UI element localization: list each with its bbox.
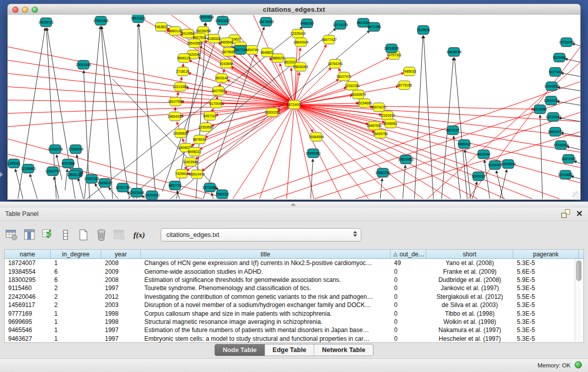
network-node[interactable]: 7425402	[175, 169, 188, 178]
network-node[interactable]: 15495756	[373, 129, 388, 138]
table-cell-year[interactable]: 2009	[101, 267, 141, 275]
function-builder-icon[interactable]: f(x)	[130, 228, 148, 242]
network-node[interactable]: 12103652	[558, 170, 573, 179]
table-row[interactable]: 1938455462009Genome-wide association stu…	[5, 267, 583, 275]
network-node[interactable]: 10246504	[500, 160, 516, 168]
table-cell-title[interactable]: Structural magnetic resonance image aver…	[141, 318, 390, 326]
network-node[interactable]: 19620453	[398, 155, 413, 164]
table-cell-name[interactable]: 19384554	[5, 267, 51, 275]
table-cell-indegree[interactable]: 6	[51, 276, 101, 284]
network-node[interactable]: 16977427	[321, 35, 337, 44]
network-node[interactable]: 6879197	[446, 126, 460, 135]
table-cell-pagerank[interactable]: 5.5E-5	[513, 293, 571, 301]
table-cell-name[interactable]: 9115460	[5, 284, 51, 292]
table-cell-name[interactable]: 9777169	[5, 309, 51, 317]
network-node[interactable]: 16782759	[115, 183, 130, 192]
table-cell-outde[interactable]: 0	[390, 267, 426, 275]
network-node[interactable]: 8186328	[207, 34, 221, 43]
network-node[interactable]: 15692971	[548, 127, 563, 136]
column-header-outde[interactable]: △out_de…	[390, 250, 426, 258]
table-cell-title[interactable]: Changes of HCN gene expression and I(f) …	[141, 259, 390, 267]
network-node[interactable]: 8215958	[533, 105, 547, 114]
table-cell-year[interactable]: 1997	[101, 326, 141, 334]
network-node[interactable]: 1395061	[8, 159, 20, 168]
table-row[interactable]: 911546021997Tourette syndrome. Phenomeno…	[5, 284, 583, 292]
panel-split-divider[interactable]	[0, 202, 588, 207]
table-cell-outde[interactable]: 0	[390, 276, 426, 284]
table-cell-name[interactable]: 9465546	[5, 326, 51, 334]
network-node[interactable]: 8096951	[384, 119, 397, 128]
network-node[interactable]: 9896123	[177, 54, 190, 62]
network-node[interactable]: 6466160	[300, 19, 314, 28]
network-node[interactable]: 8878334	[193, 135, 206, 144]
network-node[interactable]: 12325419	[290, 29, 306, 38]
column-header-indegree[interactable]: in_degree	[51, 250, 101, 258]
network-node[interactable]: 16162874	[351, 90, 366, 99]
table-cell-short[interactable]: Stergiakouli et al. (2012)	[426, 293, 513, 301]
table-cell-year[interactable]: 1997	[101, 335, 141, 342]
column-header-short[interactable]: short	[426, 250, 513, 258]
network-node[interactable]: 12093832	[544, 82, 559, 91]
table-cell-year[interactable]: 2008	[101, 276, 141, 284]
table-cell-indegree[interactable]: 2	[51, 284, 101, 292]
table-cell-year[interactable]: 2003	[101, 301, 141, 309]
table-cell-outde[interactable]: 0	[390, 318, 426, 326]
tab-edge-table[interactable]: Edge Table	[265, 344, 314, 356]
network-node[interactable]: 6671358	[367, 23, 381, 31]
network-node[interactable]: 18640924	[293, 38, 309, 47]
network-node[interactable]: 5170045	[209, 99, 223, 108]
network-node[interactable]: 9097588	[61, 159, 75, 168]
network-node[interactable]: 7485033	[403, 67, 416, 76]
table-cell-pagerank[interactable]: 5.3E-5	[513, 301, 571, 309]
table-cell-pagerank[interactable]: 5.3E-5	[513, 259, 571, 267]
network-node[interactable]: 8454749	[245, 46, 258, 54]
network-node[interactable]: 16611821	[130, 15, 145, 23]
network-node[interactable]: 24055721	[38, 18, 54, 27]
table-row[interactable]: 946554611997Estimation of the future num…	[5, 326, 583, 334]
table-cell-short[interactable]: Dudbridge et al. (2008)	[426, 276, 513, 284]
table-options-icon[interactable]	[5, 228, 18, 242]
network-node[interactable]: 18107550	[168, 97, 183, 106]
table-row[interactable]: 946362711997Embryonic stem cells: a mode…	[5, 335, 583, 342]
table-cell-outde[interactable]: 0	[390, 335, 426, 342]
network-node[interactable]: 9857791	[168, 181, 182, 190]
column-header-pagerank[interactable]: pagerank	[513, 250, 579, 258]
network-node[interactable]: 12161610	[380, 111, 395, 120]
network-node[interactable]: 11675300	[561, 155, 576, 163]
table-cell-title[interactable]: Estimation of significance thresholds fo…	[141, 276, 390, 284]
network-node[interactable]: 9227343	[549, 68, 562, 76]
network-window[interactable]: citations_edges.txt 18724007746382286601…	[7, 4, 581, 200]
network-node[interactable]: 9242848	[220, 59, 233, 68]
network-node[interactable]: 9169443	[488, 161, 502, 169]
table-cell-year[interactable]: 2012	[101, 293, 141, 301]
table-cell-indegree[interactable]: 1	[51, 309, 101, 317]
table-cell-name[interactable]: 22420046	[5, 293, 51, 301]
network-node[interactable]: 15626263	[293, 62, 308, 71]
table-cell-indegree[interactable]: 1	[51, 326, 101, 334]
network-node[interactable]: 9245012	[472, 172, 485, 181]
delete-column-icon[interactable]	[95, 228, 108, 242]
table-cell-title[interactable]: Disruption of a novel member of a sodium…	[141, 301, 390, 309]
network-window-titlebar[interactable]: citations_edges.txt	[7, 4, 581, 16]
network-node[interactable]: 12353593	[198, 123, 213, 132]
network-node[interactable]: 9646821	[260, 48, 274, 57]
row-select-icon[interactable]	[41, 228, 54, 242]
network-node[interactable]: 11156863	[21, 164, 36, 173]
table-cell-title[interactable]: Corpus callosum shape and size in male p…	[141, 309, 390, 317]
network-node[interactable]: 17016504	[553, 141, 569, 149]
table-cell-name[interactable]: 14569117	[5, 301, 51, 309]
scrollbar-thumb[interactable]	[576, 260, 581, 281]
column-header-title[interactable]: title	[141, 250, 390, 258]
table-cell-title[interactable]: Investigating the contribution of common…	[141, 293, 390, 301]
network-node[interactable]: 19384554	[309, 133, 324, 141]
network-node[interactable]: 16648784	[446, 48, 462, 56]
column-header-year[interactable]: year	[101, 250, 141, 258]
table-row[interactable]: 2242004622012Investigating the contribut…	[5, 293, 583, 301]
column-header-name[interactable]: name	[5, 250, 51, 258]
table-cell-short[interactable]: Tibbo et al. (1998)	[426, 309, 513, 317]
network-node[interactable]: 12444154	[543, 96, 559, 105]
network-node[interactable]: 16053809	[199, 15, 214, 21]
network-node[interactable]: 7815526	[417, 26, 430, 34]
table-cell-name[interactable]: 9699695	[5, 318, 51, 326]
network-node[interactable]: 12923448	[129, 188, 144, 197]
